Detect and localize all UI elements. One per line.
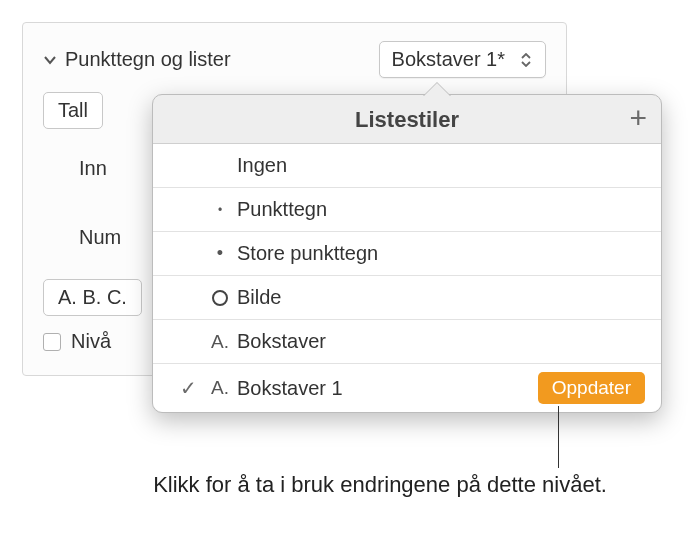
abc-value: A. B. C.: [58, 286, 127, 308]
item-label: Ingen: [237, 154, 645, 177]
tall-value: Tall: [58, 99, 88, 121]
section-label: Punkttegn og lister: [65, 48, 231, 71]
chevron-updown-icon: [519, 53, 533, 67]
letter-prefix: A.: [203, 331, 237, 353]
callout-leader-line: [558, 406, 559, 468]
item-label: Bilde: [237, 286, 645, 309]
bullets-lists-row: Punkttegn og lister Bokstaver 1*: [43, 41, 546, 78]
list-style-item-letters[interactable]: A. Bokstaver: [153, 320, 661, 364]
list-style-item-letters-1[interactable]: ✓ A. Bokstaver 1 Oppdater: [153, 364, 661, 412]
item-label: Punkttegn: [237, 198, 645, 221]
item-label: Bokstaver 1: [237, 377, 538, 400]
circle-icon-wrap: [203, 290, 237, 306]
tall-dropdown[interactable]: Tall: [43, 92, 103, 129]
popover-title: Listestiler: [355, 107, 459, 133]
checkmark-icon: ✓: [180, 376, 197, 400]
list-style-value: Bokstaver 1*: [392, 48, 505, 71]
bullet-large-icon: •: [203, 243, 237, 264]
list-style-item-bullet[interactable]: • Punkttegn: [153, 188, 661, 232]
list-style-item-large-bullet[interactable]: • Store punkttegn: [153, 232, 661, 276]
list-style-dropdown[interactable]: Bokstaver 1*: [379, 41, 546, 78]
chevron-down-icon: [43, 53, 57, 67]
item-label: Bokstaver: [237, 330, 645, 353]
callout-text: Klikk for å ta i bruk endringene på dett…: [100, 470, 660, 500]
niva-checkbox[interactable]: [43, 333, 61, 351]
add-style-button[interactable]: +: [629, 103, 647, 133]
circle-icon: [212, 290, 228, 306]
bullet-small-icon: •: [203, 203, 237, 217]
check-selected: ✓: [173, 376, 203, 400]
popover-header: Listestiler +: [153, 95, 661, 144]
list-style-item-none[interactable]: Ingen: [153, 144, 661, 188]
popover-list: Ingen • Punkttegn • Store punkttegn Bild…: [153, 144, 661, 412]
list-styles-popover: Listestiler + Ingen • Punkttegn • Store …: [152, 94, 662, 413]
section-disclosure[interactable]: Punkttegn og lister: [43, 48, 231, 71]
update-button[interactable]: Oppdater: [538, 372, 645, 404]
item-label: Store punkttegn: [237, 242, 645, 265]
letter-prefix: A.: [203, 377, 237, 399]
list-style-item-image[interactable]: Bilde: [153, 276, 661, 320]
abc-dropdown[interactable]: A. B. C.: [43, 279, 142, 316]
niva-label: Nivå: [71, 330, 111, 353]
